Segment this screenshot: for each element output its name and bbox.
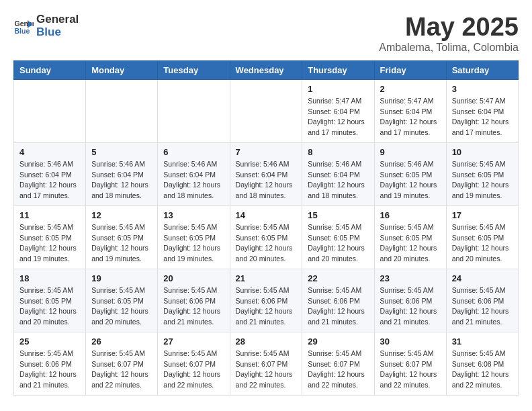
day-info: Sunrise: 5:47 AM Sunset: 6:04 PM Dayligh… (452, 96, 513, 138)
day-info: Sunrise: 5:45 AM Sunset: 6:05 PM Dayligh… (163, 222, 224, 265)
day-number: 27 (163, 336, 224, 347)
day-number: 10 (452, 147, 513, 157)
day-info: Sunrise: 5:45 AM Sunset: 6:06 PM Dayligh… (308, 285, 368, 328)
day-number: 2 (380, 84, 441, 94)
day-cell: 8Sunrise: 5:46 AM Sunset: 6:04 PM Daylig… (302, 142, 374, 205)
day-info: Sunrise: 5:45 AM Sunset: 6:06 PM Dayligh… (452, 285, 513, 328)
day-number: 14 (236, 210, 297, 220)
day-info: Sunrise: 5:45 AM Sunset: 6:08 PM Dayligh… (452, 349, 513, 391)
day-info: Sunrise: 5:45 AM Sunset: 6:05 PM Dayligh… (91, 222, 152, 265)
day-info: Sunrise: 5:45 AM Sunset: 6:07 PM Dayligh… (308, 349, 368, 391)
day-info: Sunrise: 5:45 AM Sunset: 6:05 PM Dayligh… (452, 222, 513, 265)
day-number: 12 (91, 210, 152, 220)
header-day-thursday: Thursday (302, 60, 374, 79)
header-day-saturday: Saturday (446, 60, 518, 79)
day-number: 18 (19, 273, 80, 283)
header-day-monday: Monday (86, 60, 158, 79)
day-number: 22 (308, 273, 368, 283)
day-number: 1 (308, 84, 368, 94)
day-info: Sunrise: 5:45 AM Sunset: 6:05 PM Dayligh… (236, 222, 297, 265)
week-row-5: 25Sunrise: 5:45 AM Sunset: 6:06 PM Dayli… (14, 332, 519, 395)
day-cell (230, 79, 302, 142)
header-day-tuesday: Tuesday (158, 60, 230, 79)
day-number: 15 (308, 210, 368, 220)
day-cell: 31Sunrise: 5:45 AM Sunset: 6:08 PM Dayli… (446, 332, 518, 395)
day-cell: 3Sunrise: 5:47 AM Sunset: 6:04 PM Daylig… (446, 79, 518, 142)
day-number: 26 (91, 336, 152, 347)
week-row-2: 4Sunrise: 5:46 AM Sunset: 6:04 PM Daylig… (14, 142, 519, 205)
day-number: 23 (380, 273, 441, 283)
day-number: 7 (236, 147, 297, 157)
day-cell: 26Sunrise: 5:45 AM Sunset: 6:07 PM Dayli… (86, 332, 158, 395)
day-cell: 22Sunrise: 5:45 AM Sunset: 6:06 PM Dayli… (302, 269, 374, 332)
day-number: 13 (163, 210, 224, 220)
logo-icon: General Blue (13, 16, 34, 36)
day-info: Sunrise: 5:47 AM Sunset: 6:04 PM Dayligh… (380, 96, 441, 138)
day-info: Sunrise: 5:45 AM Sunset: 6:05 PM Dayligh… (19, 285, 80, 328)
week-row-4: 18Sunrise: 5:45 AM Sunset: 6:05 PM Dayli… (14, 269, 519, 332)
day-number: 9 (380, 147, 441, 157)
day-info: Sunrise: 5:45 AM Sunset: 6:05 PM Dayligh… (308, 222, 368, 265)
day-cell: 14Sunrise: 5:45 AM Sunset: 6:05 PM Dayli… (230, 205, 302, 269)
header-day-sunday: Sunday (14, 60, 86, 79)
week-row-3: 11Sunrise: 5:45 AM Sunset: 6:05 PM Dayli… (14, 205, 519, 269)
day-number: 28 (236, 336, 297, 347)
day-info: Sunrise: 5:46 AM Sunset: 6:04 PM Dayligh… (91, 159, 152, 201)
day-info: Sunrise: 5:45 AM Sunset: 6:07 PM Dayligh… (236, 349, 297, 391)
day-number: 30 (380, 336, 441, 347)
day-cell: 25Sunrise: 5:45 AM Sunset: 6:06 PM Dayli… (14, 332, 86, 395)
day-info: Sunrise: 5:45 AM Sunset: 6:06 PM Dayligh… (19, 349, 80, 391)
day-cell: 12Sunrise: 5:45 AM Sunset: 6:05 PM Dayli… (86, 205, 158, 269)
day-cell: 23Sunrise: 5:45 AM Sunset: 6:06 PM Dayli… (374, 269, 446, 332)
svg-text:Blue: Blue (15, 26, 30, 34)
day-cell (158, 79, 230, 142)
calendar-table: SundayMondayTuesdayWednesdayThursdayFrid… (13, 60, 519, 396)
day-info: Sunrise: 5:46 AM Sunset: 6:04 PM Dayligh… (308, 159, 368, 201)
day-cell: 2Sunrise: 5:47 AM Sunset: 6:04 PM Daylig… (374, 79, 446, 142)
day-cell (86, 79, 158, 142)
day-cell: 4Sunrise: 5:46 AM Sunset: 6:04 PM Daylig… (14, 142, 86, 205)
day-number: 25 (19, 336, 80, 347)
header: General Blue General Blue May 2025 Ambal… (13, 13, 519, 54)
day-cell: 15Sunrise: 5:45 AM Sunset: 6:05 PM Dayli… (302, 205, 374, 269)
day-info: Sunrise: 5:45 AM Sunset: 6:05 PM Dayligh… (19, 222, 80, 265)
day-number: 3 (452, 84, 513, 94)
day-number: 19 (91, 273, 152, 283)
day-cell: 17Sunrise: 5:45 AM Sunset: 6:05 PM Dayli… (446, 205, 518, 269)
day-info: Sunrise: 5:45 AM Sunset: 6:07 PM Dayligh… (163, 349, 224, 391)
day-cell: 24Sunrise: 5:45 AM Sunset: 6:06 PM Dayli… (446, 269, 518, 332)
day-info: Sunrise: 5:45 AM Sunset: 6:06 PM Dayligh… (380, 285, 441, 328)
day-number: 24 (452, 273, 513, 283)
day-cell: 7Sunrise: 5:46 AM Sunset: 6:04 PM Daylig… (230, 142, 302, 205)
day-cell: 16Sunrise: 5:45 AM Sunset: 6:05 PM Dayli… (374, 205, 446, 269)
day-cell: 1Sunrise: 5:47 AM Sunset: 6:04 PM Daylig… (302, 79, 374, 142)
day-info: Sunrise: 5:45 AM Sunset: 6:06 PM Dayligh… (163, 285, 224, 328)
day-cell: 18Sunrise: 5:45 AM Sunset: 6:05 PM Dayli… (14, 269, 86, 332)
day-info: Sunrise: 5:45 AM Sunset: 6:07 PM Dayligh… (380, 349, 441, 391)
day-info: Sunrise: 5:45 AM Sunset: 6:06 PM Dayligh… (236, 285, 297, 328)
month-title: May 2025 (379, 13, 519, 42)
day-number: 8 (308, 147, 368, 157)
day-info: Sunrise: 5:45 AM Sunset: 6:07 PM Dayligh… (91, 349, 152, 391)
day-number: 29 (308, 336, 368, 347)
header-row: SundayMondayTuesdayWednesdayThursdayFrid… (14, 60, 519, 79)
day-cell: 30Sunrise: 5:45 AM Sunset: 6:07 PM Dayli… (374, 332, 446, 395)
day-cell: 5Sunrise: 5:46 AM Sunset: 6:04 PM Daylig… (86, 142, 158, 205)
day-cell: 28Sunrise: 5:45 AM Sunset: 6:07 PM Dayli… (230, 332, 302, 395)
day-cell: 20Sunrise: 5:45 AM Sunset: 6:06 PM Dayli… (158, 269, 230, 332)
location-title: Ambalema, Tolima, Colombia (379, 42, 519, 54)
logo-general-text: General (36, 13, 79, 26)
day-number: 21 (236, 273, 297, 283)
header-day-wednesday: Wednesday (230, 60, 302, 79)
day-cell: 13Sunrise: 5:45 AM Sunset: 6:05 PM Dayli… (158, 205, 230, 269)
day-cell (14, 79, 86, 142)
day-cell: 19Sunrise: 5:45 AM Sunset: 6:05 PM Dayli… (86, 269, 158, 332)
day-cell: 6Sunrise: 5:46 AM Sunset: 6:04 PM Daylig… (158, 142, 230, 205)
logo-blue-text: Blue (36, 26, 79, 39)
day-number: 16 (380, 210, 441, 220)
day-number: 4 (19, 147, 80, 157)
day-cell: 29Sunrise: 5:45 AM Sunset: 6:07 PM Dayli… (302, 332, 374, 395)
day-number: 17 (452, 210, 513, 220)
day-info: Sunrise: 5:46 AM Sunset: 6:04 PM Dayligh… (236, 159, 297, 201)
title-section: May 2025 Ambalema, Tolima, Colombia (379, 13, 519, 54)
